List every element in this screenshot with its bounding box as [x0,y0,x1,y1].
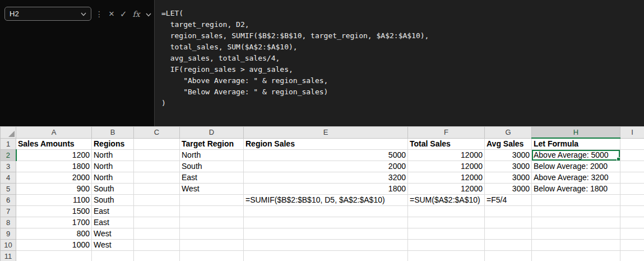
cell-C3[interactable] [134,161,180,172]
cell-I2[interactable] [620,150,644,161]
cell-H6[interactable] [532,195,620,206]
cell-A9[interactable]: 800 [16,228,92,240]
cell-I7[interactable] [620,206,644,217]
cell-E10[interactable] [244,240,408,251]
row-header-2[interactable]: 2 [1,150,16,161]
cell-C2[interactable] [134,150,180,161]
cell-G4[interactable]: 3000 [485,172,532,184]
cell-A8[interactable]: 1700 [16,217,92,228]
cell-I5[interactable] [620,184,644,195]
cell-B3[interactable]: North [92,161,134,172]
cell-A10[interactable]: 1000 [16,240,92,251]
formula-input[interactable]: =LET( target_region, D2, region_sales, S… [154,0,644,126]
cell-E11[interactable] [244,251,408,261]
cell-B1[interactable]: Regions [92,138,134,150]
insert-function-icon[interactable]: fx [133,10,140,18]
cell-D7[interactable] [180,206,244,217]
cell-G9[interactable] [485,228,532,240]
column-header-C[interactable]: C [134,127,180,139]
cell-G10[interactable] [485,240,532,251]
cell-F11[interactable] [408,251,485,261]
cell-A4[interactable]: 2000 [16,172,92,184]
cell-F10[interactable] [408,240,485,251]
column-header-E[interactable]: E [244,127,408,139]
cell-D8[interactable] [180,217,244,228]
cell-B4[interactable]: North [92,172,134,184]
cell-D2[interactable]: North [180,150,244,161]
cell-G3[interactable]: 3000 [485,161,532,172]
cell-G2[interactable]: 3000 [485,150,532,161]
cell-F4[interactable]: 12000 [408,172,485,184]
cell-B7[interactable]: East [92,206,134,217]
cell-I6[interactable] [620,195,644,206]
cell-H10[interactable] [532,240,620,251]
cell-F6[interactable]: =SUM($A$2:$A$10) [408,195,485,206]
cell-G5[interactable]: 3000 [485,184,532,195]
cell-F9[interactable] [408,228,485,240]
cell-B2[interactable]: North [92,150,134,161]
cell-D9[interactable] [180,228,244,240]
cell-H9[interactable] [532,228,620,240]
cell-E7[interactable] [244,206,408,217]
cell-E6[interactable]: =SUMIF($B$2:$B$10, D5, $A$2:$A$10) [244,195,408,206]
cell-E4[interactable]: 3200 [244,172,408,184]
cell-G6[interactable]: =F5/4 [485,195,532,206]
cell-D5[interactable]: West [180,184,244,195]
cell-I11[interactable] [620,251,644,261]
cell-F3[interactable]: 12000 [408,161,485,172]
cell-H7[interactable] [532,206,620,217]
row-header-3[interactable]: 3 [1,161,16,172]
row-header-11[interactable]: 11 [1,251,16,261]
cell-C1[interactable] [134,138,180,150]
column-header-G[interactable]: G [485,127,532,139]
column-header-F[interactable]: F [408,127,485,139]
cell-F7[interactable] [408,206,485,217]
row-header-1[interactable]: 1 [1,138,16,150]
row-header-9[interactable]: 9 [1,228,16,240]
cell-C6[interactable] [134,195,180,206]
row-header-5[interactable]: 5 [1,184,16,195]
cell-H8[interactable] [532,217,620,228]
cell-E1[interactable]: Region Sales [244,138,408,150]
cell-A3[interactable]: 1800 [16,161,92,172]
cell-B11[interactable] [92,251,134,261]
cell-H4[interactable]: Above Average: 3200 [532,172,620,184]
cell-C8[interactable] [134,217,180,228]
cell-I4[interactable] [620,172,644,184]
cell-D3[interactable]: South [180,161,244,172]
cell-A7[interactable]: 1500 [16,206,92,217]
cell-E2[interactable]: 5000 [244,150,408,161]
row-header-7[interactable]: 7 [1,206,16,217]
cell-G7[interactable] [485,206,532,217]
cell-H2[interactable]: Above Average: 5000 [532,150,620,161]
cell-C11[interactable] [134,251,180,261]
cell-I3[interactable] [620,161,644,172]
cell-F1[interactable]: Total Sales [408,138,485,150]
formula-bar-expand-chevron-icon[interactable] [146,9,151,19]
column-header-A[interactable]: A [16,127,92,139]
cell-H5[interactable]: Below Average: 1800 [532,184,620,195]
cell-D11[interactable] [180,251,244,261]
cell-F2[interactable]: 12000 [408,150,485,161]
cell-B5[interactable]: South [92,184,134,195]
cell-D10[interactable] [180,240,244,251]
cell-H3[interactable]: Below Average: 2000 [532,161,620,172]
cancel-icon[interactable]: × [109,9,114,19]
row-header-4[interactable]: 4 [1,172,16,184]
cell-E5[interactable]: 1800 [244,184,408,195]
cell-B9[interactable]: West [92,228,134,240]
column-header-B[interactable]: B [92,127,134,139]
column-header-H[interactable]: H [532,127,620,139]
cell-B8[interactable]: East [92,217,134,228]
cell-F8[interactable] [408,217,485,228]
name-box[interactable]: H2 [4,7,91,21]
cell-A1[interactable]: Sales Amounts [16,138,92,150]
column-header-I[interactable]: I [620,127,644,139]
select-all-corner[interactable] [1,127,16,139]
enter-icon[interactable]: ✓ [120,10,127,18]
cell-A11[interactable] [16,251,92,261]
cell-D1[interactable]: Target Region [180,138,244,150]
cell-H11[interactable] [532,251,620,261]
cell-B10[interactable]: West [92,240,134,251]
cell-C9[interactable] [134,228,180,240]
